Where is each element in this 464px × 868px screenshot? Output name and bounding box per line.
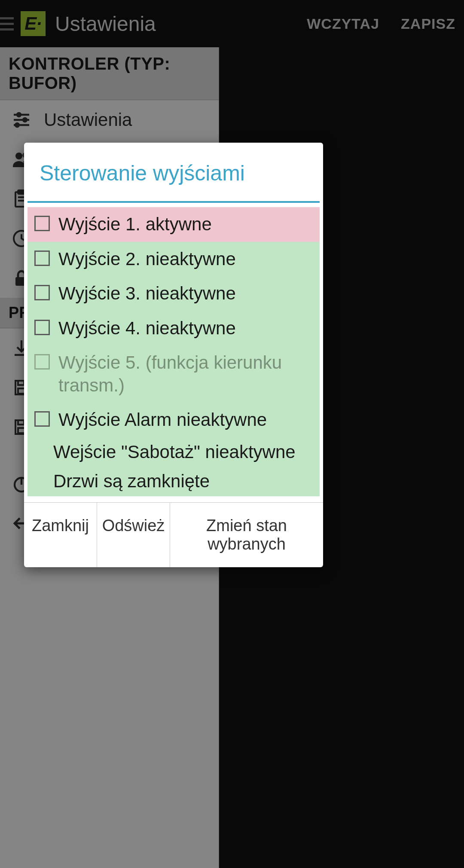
output-row-5: Wyjście 5. (funkcja kierunku transm.) bbox=[27, 345, 320, 403]
close-button[interactable]: Zamknij bbox=[24, 503, 97, 567]
checkbox[interactable] bbox=[34, 411, 50, 427]
output-row-1[interactable]: Wyjście 1. aktywne bbox=[27, 207, 320, 242]
output-label: Wyjście 4. nieaktywne bbox=[58, 317, 313, 340]
output-list: Wyjście 1. aktywne Wyjście 2. nieaktywne… bbox=[27, 207, 320, 496]
checkbox bbox=[34, 354, 50, 370]
dialog-button-bar: Zamknij Odśwież Zmień stan wybranych bbox=[24, 502, 323, 567]
checkbox[interactable] bbox=[34, 251, 50, 266]
output-label: Wyjście 5. (funkcja kierunku transm.) bbox=[58, 351, 313, 397]
status-door: Drzwi są zamknięte bbox=[27, 467, 320, 496]
checkbox[interactable] bbox=[34, 216, 50, 231]
output-label: Wyjście 2. nieaktywne bbox=[58, 248, 313, 271]
output-row-alarm[interactable]: Wyjście Alarm nieaktywne bbox=[27, 403, 320, 437]
output-label: Wyjście 1. aktywne bbox=[58, 213, 313, 236]
checkbox[interactable] bbox=[34, 285, 50, 300]
checkbox[interactable] bbox=[34, 320, 50, 335]
dialog-divider bbox=[27, 201, 320, 203]
output-row-2[interactable]: Wyjście 2. nieaktywne bbox=[27, 242, 320, 277]
refresh-button[interactable]: Odśwież bbox=[97, 503, 170, 567]
dialog-title: Sterowanie wyjściami bbox=[24, 143, 323, 201]
status-sabotage: Wejście "Sabotaż" nieaktywne bbox=[27, 437, 320, 467]
output-row-4[interactable]: Wyjście 4. nieaktywne bbox=[27, 311, 320, 346]
output-label: Wyjście 3. nieaktywne bbox=[58, 282, 313, 305]
output-row-3[interactable]: Wyjście 3. nieaktywne bbox=[27, 276, 320, 311]
output-control-dialog: Sterowanie wyjściami Wyjście 1. aktywne … bbox=[24, 143, 323, 567]
output-label: Wyjście Alarm nieaktywne bbox=[58, 409, 313, 431]
toggle-selected-button[interactable]: Zmień stan wybranych bbox=[170, 503, 323, 567]
